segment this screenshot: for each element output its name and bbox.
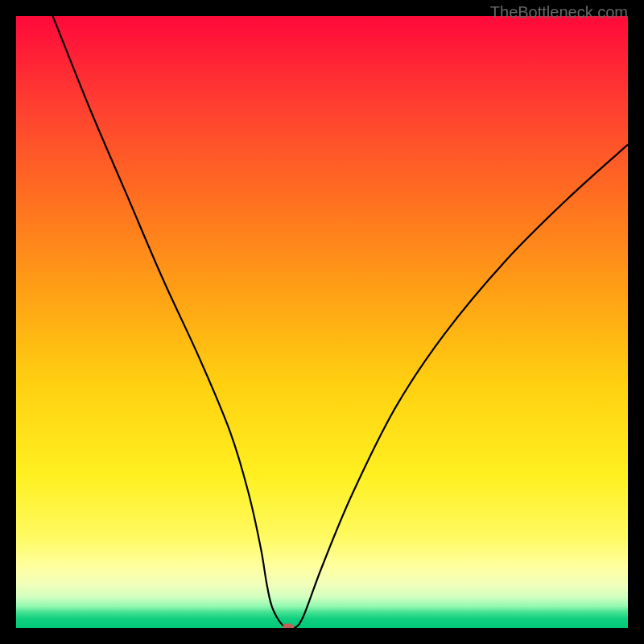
curve-svg	[16, 16, 628, 628]
plot-area	[16, 16, 628, 628]
bottleneck-curve	[16, 16, 628, 628]
optimal-marker	[283, 624, 294, 629]
watermark: TheBottleneck.com	[490, 3, 628, 22]
chart-container: TheBottleneck.com	[0, 0, 644, 644]
